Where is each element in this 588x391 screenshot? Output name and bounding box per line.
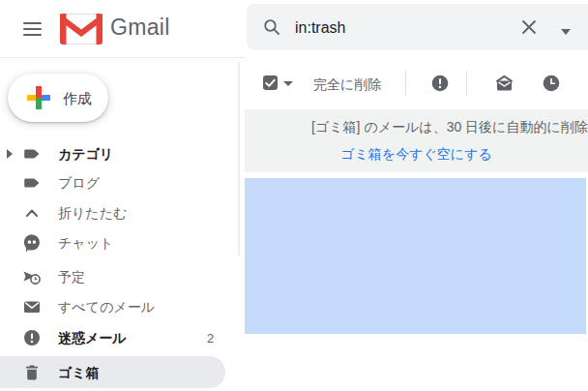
chevron-up-icon — [22, 203, 42, 223]
compose-button[interactable]: 作成 — [8, 74, 108, 122]
sidebar-item-chat[interactable]: チャット — [0, 227, 232, 258]
sidebar-item-label: ゴミ箱 — [58, 365, 100, 382]
select-options-caret-icon[interactable] — [283, 81, 293, 86]
sidebar-item-trash[interactable]: ゴミ箱 — [0, 356, 225, 388]
envelope-icon — [22, 297, 42, 316]
report-spam-icon[interactable] — [431, 75, 449, 92]
sidebar-item-label: 折りたたむ — [58, 205, 127, 223]
header-divider — [0, 57, 245, 58]
sidebar-item-collapse[interactable]: 折りたたむ — [0, 197, 232, 228]
sidebar-item-blog[interactable]: ブログ — [0, 167, 232, 198]
delete-forever-button[interactable]: 完全に削除 — [313, 76, 381, 94]
chat-icon — [22, 233, 42, 253]
select-all-checkbox[interactable] — [263, 75, 278, 90]
trash-notice: [ゴミ箱] のメールは、30 日後に自動的に削除 ゴミ箱を今すぐ空にする — [245, 109, 588, 172]
toolbar-divider — [405, 71, 406, 96]
app-title: Gmail — [110, 15, 170, 41]
label-icon — [22, 144, 42, 164]
sidebar-item-label: 迷惑メール — [58, 330, 127, 347]
trash-notice-text: [ゴミ箱] のメールは、30 日後に自動的に削除 — [311, 119, 588, 136]
sidebar-item-scheduled[interactable]: 予定 — [0, 261, 232, 292]
sidebar-item-all-mail[interactable]: すべてのメール — [0, 291, 232, 322]
plus-icon — [27, 86, 50, 109]
expand-arrow-icon[interactable] — [7, 149, 13, 159]
sidebar-item-label: ブログ — [58, 175, 100, 193]
empty-trash-now-link[interactable]: ゴミ箱を今すぐ空にする — [245, 146, 588, 164]
search-options-caret-icon[interactable] — [561, 29, 571, 35]
trash-icon — [22, 363, 42, 382]
gmail-logo-icon[interactable] — [60, 14, 103, 45]
sidebar-item-label: チャット — [58, 235, 113, 253]
checkmark-icon — [263, 75, 278, 90]
sidebar-item-categories[interactable]: カテゴリ — [0, 138, 232, 169]
sidebar-item-label: カテゴリ — [58, 146, 113, 164]
spam-icon — [22, 328, 42, 347]
clock-send-icon — [22, 267, 42, 286]
label-icon — [22, 173, 42, 193]
header: Gmail — [0, 0, 588, 58]
sidebar-scrollbar[interactable] — [238, 62, 240, 256]
sidebar-item-label: すべてのメール — [58, 299, 155, 316]
compose-label: 作成 — [63, 90, 92, 108]
toolbar-divider — [466, 71, 467, 96]
mark-as-read-icon[interactable] — [495, 75, 514, 92]
spam-count-badge: 2 — [207, 331, 214, 346]
search-icon[interactable] — [263, 18, 280, 36]
selected-mail-rows[interactable] — [245, 178, 586, 334]
search-bar[interactable] — [247, 4, 588, 50]
hamburger-menu-icon[interactable] — [23, 22, 42, 36]
sidebar-item-spam[interactable]: 迷惑メール 2 — [0, 322, 232, 353]
snooze-clock-icon[interactable] — [543, 75, 560, 92]
clear-search-icon[interactable] — [520, 18, 538, 36]
sidebar-item-label: 予定 — [58, 269, 85, 286]
search-input[interactable] — [293, 4, 519, 52]
